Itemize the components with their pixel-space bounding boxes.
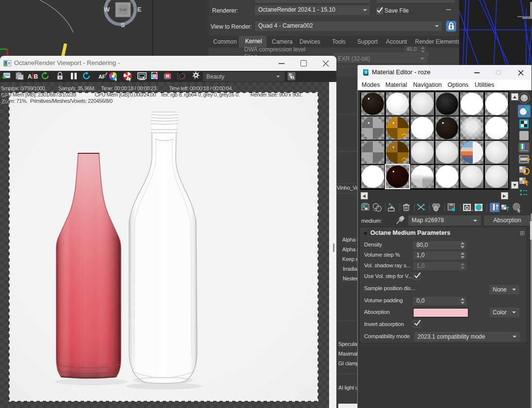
svg-text:AF: AF: [99, 74, 106, 80]
svg-text:O: O: [465, 205, 469, 211]
svg-text:S: S: [121, 21, 125, 29]
svg-text:A: A: [28, 73, 32, 80]
svg-text:E: E: [137, 6, 142, 13]
svg-text:TOP: TOP: [119, 8, 127, 12]
svg-text:W: W: [104, 6, 110, 13]
svg-text:B: B: [34, 73, 38, 80]
svg-text:3: 3: [365, 70, 367, 75]
